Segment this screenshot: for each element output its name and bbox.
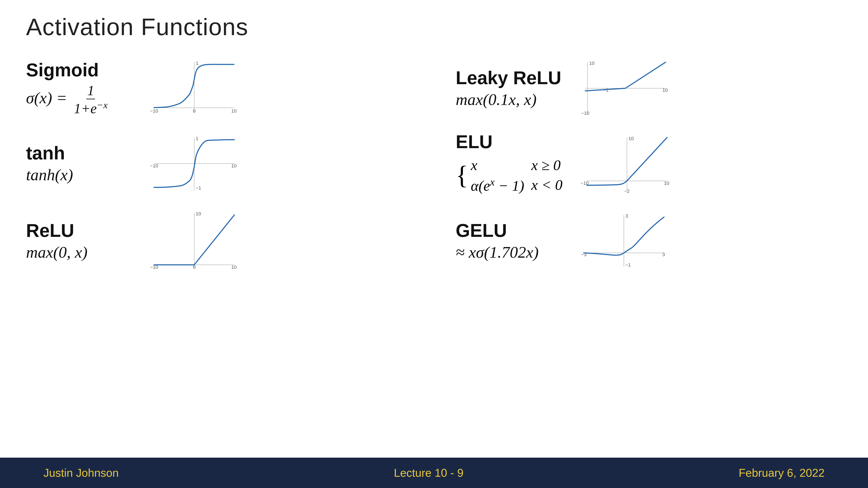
tanh-name: tanh: [26, 143, 130, 163]
svg-text:−1: −1: [625, 262, 631, 268]
svg-text:10: 10: [589, 61, 594, 66]
slide: Activation Functions Sigmoid σ(x) = 1 1+…: [0, 0, 868, 488]
leaky-relu-graph: −10 −1 10 10: [579, 58, 670, 119]
svg-text:0: 0: [193, 108, 195, 113]
sigmoid-graph: −10 0 10 1: [148, 58, 239, 119]
svg-text:10: 10: [231, 264, 237, 270]
sigmoid-label: Sigmoid σ(x) = 1 1+e−x: [26, 60, 130, 117]
functions-grid: Sigmoid σ(x) = 1 1+e−x: [26, 58, 842, 287]
svg-text:3: 3: [662, 252, 665, 257]
elu-label: ELU { x x ≥ 0 α(ex − 1) x < 0: [456, 132, 563, 195]
sigmoid-name: Sigmoid: [26, 60, 130, 80]
elu-name: ELU: [456, 132, 563, 152]
gelu-row: GELU ≈ xσ(1.702x) −3: [456, 208, 842, 273]
main-content: Activation Functions Sigmoid σ(x) = 1 1+…: [0, 0, 868, 458]
svg-text:−10: −10: [150, 108, 158, 113]
elu-brace: {: [456, 162, 468, 188]
svg-text:1: 1: [196, 136, 198, 141]
footer: Justin Johnson Lecture 10 - 9 February 6…: [0, 458, 868, 488]
svg-text:10: 10: [662, 88, 668, 93]
svg-text:10: 10: [231, 163, 237, 168]
relu-graph: −10 0 10 10: [148, 208, 239, 273]
slide-title: Activation Functions: [26, 13, 842, 40]
svg-text:10: 10: [664, 181, 669, 186]
leaky-relu-label: Leaky ReLU max(0.1x, x): [456, 68, 561, 109]
svg-text:−2: −2: [624, 189, 630, 194]
svg-text:3: 3: [625, 213, 628, 219]
tanh-row: tanh tanh(x) −10 10 1 −1: [26, 132, 412, 195]
relu-label: ReLU max(0, x): [26, 220, 130, 262]
leaky-relu-formula: max(0.1x, x): [456, 90, 561, 109]
svg-text:10: 10: [231, 108, 237, 113]
footer-date: February 6, 2022: [739, 466, 825, 479]
gelu-name: GELU: [456, 220, 560, 241]
svg-text:−10: −10: [150, 163, 158, 168]
tanh-label: tanh tanh(x): [26, 143, 130, 184]
svg-text:10: 10: [628, 136, 633, 141]
elu-graph: −10 −2 10 10: [580, 133, 672, 194]
svg-text:10: 10: [196, 211, 201, 217]
gelu-label: GELU ≈ xσ(1.702x): [456, 220, 560, 262]
footer-lecture: Lecture 10 - 9: [394, 466, 464, 479]
tanh-graph: −10 10 1 −1: [148, 133, 239, 194]
elu-row: ELU { x x ≥ 0 α(ex − 1) x < 0: [456, 132, 842, 195]
relu-name: ReLU: [26, 220, 130, 241]
svg-text:1: 1: [196, 61, 198, 66]
elu-formula: x x ≥ 0 α(ex − 1) x < 0: [470, 155, 563, 196]
svg-text:−1: −1: [196, 185, 201, 191]
relu-row: ReLU max(0, x) −10: [26, 208, 412, 273]
leaky-relu-name: Leaky ReLU: [456, 68, 561, 88]
sigmoid-formula: σ(x) = 1 1+e−x: [26, 83, 130, 117]
gelu-formula: ≈ xσ(1.702x): [456, 243, 560, 262]
relu-formula: max(0, x): [26, 243, 130, 262]
svg-text:−10: −10: [581, 110, 589, 116]
sigmoid-row: Sigmoid σ(x) = 1 1+e−x: [26, 58, 412, 119]
tanh-formula: tanh(x): [26, 165, 130, 184]
gelu-graph: −3 3 3 −1: [577, 210, 669, 271]
footer-author: Justin Johnson: [43, 466, 119, 479]
leaky-relu-row: Leaky ReLU max(0.1x, x) −10 −1 10: [456, 58, 842, 119]
